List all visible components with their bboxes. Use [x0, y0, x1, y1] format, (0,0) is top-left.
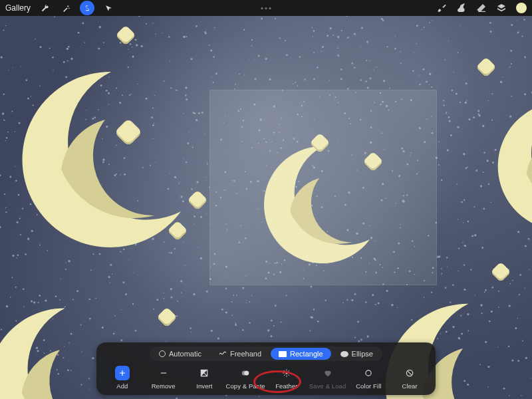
svg-point-535: [347, 88, 349, 90]
selection-button[interactable]: [80, 1, 94, 15]
svg-point-214: [525, 245, 527, 247]
svg-point-289: [422, 68, 424, 70]
svg-point-365: [39, 295, 41, 297]
svg-point-18: [412, 70, 414, 71]
svg-point-678: [141, 45, 143, 47]
svg-point-264: [275, 18, 276, 19]
rectangle-icon: [279, 351, 287, 357]
gallery-button[interactable]: Gallery: [5, 3, 31, 13]
svg-point-43: [370, 61, 370, 61]
svg-point-239: [330, 27, 332, 29]
action-color-fill[interactable]: Color Fill: [348, 364, 390, 391]
sparkle: [490, 261, 511, 282]
svg-point-665: [467, 166, 468, 168]
action-label: Remove: [152, 382, 176, 390]
smudge-button[interactable]: [456, 3, 467, 13]
svg-point-757: [446, 112, 447, 113]
svg-point-77: [464, 289, 466, 291]
svg-point-784: [186, 37, 188, 38]
modify-menu-button[interactable]: [261, 7, 271, 9]
action-label: Feather: [275, 382, 297, 390]
svg-point-293: [108, 276, 110, 278]
mode-ellipse[interactable]: Ellipse: [332, 348, 381, 360]
mode-rectangle[interactable]: Rectangle: [271, 348, 331, 360]
top-toolbar: Gallery: [0, 0, 532, 16]
action-remove[interactable]: Remove: [143, 364, 184, 391]
svg-point-485: [231, 315, 233, 316]
svg-point-94: [258, 55, 260, 57]
svg-point-10: [311, 27, 313, 28]
svg-point-587: [432, 20, 432, 21]
svg-point-852: [242, 287, 244, 289]
svg-point-13: [422, 29, 422, 30]
svg-point-805: [304, 78, 305, 80]
svg-point-839: [386, 290, 388, 292]
svg-point-783: [251, 45, 253, 47]
action-save-load[interactable]: Save & Load: [307, 364, 348, 391]
svg-point-506: [248, 59, 249, 60]
svg-point-867: [123, 281, 125, 283]
svg-point-442: [156, 299, 158, 301]
brush-button[interactable]: [436, 3, 447, 13]
minus-icon: [159, 368, 168, 378]
action-add[interactable]: Add: [102, 364, 143, 391]
svg-point-32: [146, 23, 147, 25]
svg-point-739: [445, 287, 446, 289]
color-picker-button[interactable]: [516, 3, 527, 13]
layers-icon: [496, 3, 507, 13]
svg-point-130: [286, 54, 288, 56]
svg-point-495: [125, 293, 127, 295]
svg-point-719: [441, 180, 442, 181]
svg-point-282: [221, 309, 223, 311]
svg-point-327: [82, 23, 84, 25]
svg-point-183: [464, 200, 465, 201]
feather-icon: [282, 368, 291, 378]
action-label: Save & Load: [309, 382, 346, 390]
svg-point-28: [196, 25, 198, 27]
color-fill-icon: [364, 368, 373, 378]
action-feather[interactable]: Feather: [266, 364, 307, 391]
svg-point-561: [395, 36, 396, 37]
svg-point-534: [342, 302, 344, 303]
mode-automatic[interactable]: Automatic: [151, 348, 209, 360]
transform-button[interactable]: [101, 1, 116, 15]
svg-point-178: [313, 52, 315, 53]
svg-point-769: [211, 77, 211, 78]
actions-button[interactable]: [37, 1, 52, 15]
svg-point-446: [465, 102, 467, 104]
svg-point-104: [155, 34, 156, 35]
action-clear[interactable]: Clear: [389, 364, 430, 391]
svg-point-801: [416, 25, 418, 27]
selection-marquee[interactable]: [210, 90, 436, 285]
svg-point-842: [354, 33, 356, 35]
svg-point-193: [270, 335, 272, 337]
eraser-button[interactable]: [476, 3, 487, 13]
svg-point-563: [447, 149, 449, 151]
svg-point-448: [382, 20, 384, 21]
svg-point-277: [254, 59, 255, 60]
svg-point-355: [400, 63, 402, 65]
svg-point-728: [313, 309, 315, 310]
svg-point-806: [468, 118, 470, 120]
svg-point-708: [215, 72, 217, 74]
svg-point-156: [132, 56, 134, 58]
top-toolbar-left: Gallery: [5, 1, 116, 15]
adjustments-button[interactable]: [59, 1, 73, 15]
svg-point-199: [480, 185, 482, 187]
layers-button[interactable]: [496, 3, 507, 13]
svg-point-771: [76, 290, 78, 292]
action-invert[interactable]: Invert: [184, 364, 225, 391]
mode-freehand[interactable]: Freehand: [211, 348, 269, 360]
svg-point-709: [134, 273, 134, 273]
svg-point-745: [78, 32, 80, 34]
plus-icon: [118, 368, 127, 378]
svg-point-901: [244, 371, 249, 376]
svg-point-328: [317, 66, 319, 68]
svg-point-403: [367, 335, 369, 337]
svg-point-872: [15, 287, 17, 288]
action-copy-paste[interactable]: Copy & Paste: [225, 364, 266, 391]
svg-point-547: [374, 69, 374, 70]
canvas-artwork[interactable]: [0, 0, 532, 399]
svg-point-790: [3, 30, 5, 31]
svg-point-207: [466, 100, 467, 101]
